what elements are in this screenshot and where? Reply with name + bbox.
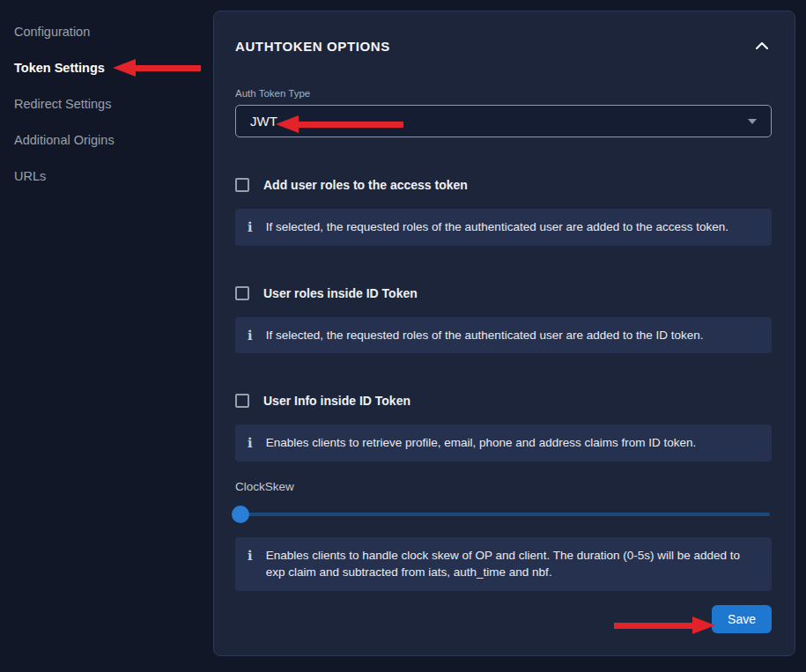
info-box: ℹ If selected, the requested roles of th… [235,209,772,246]
section-user-info-id-token: User Info inside ID Token ℹ Enables clie… [235,394,772,462]
sidebar-item-token-settings[interactable]: Token Settings [14,61,213,76]
info-text: Enables clients to retrieve profile, ema… [266,434,697,452]
info-box: ℹ Enables clients to handle clock skew o… [235,537,772,591]
checkbox-label: User roles inside ID Token [263,286,418,300]
panel-header: AUTHTOKEN OPTIONS [235,36,772,55]
info-text: If selected, the requested roles of the … [266,218,728,236]
auth-token-type-label: Auth Token Type [235,88,772,99]
clockskew-slider[interactable] [235,506,772,523]
checkbox-user-roles-id-token[interactable] [235,286,249,300]
info-box: ℹ If selected, the requested roles of th… [235,317,772,354]
checkbox-user-info-id-token[interactable] [235,394,249,408]
checkbox-add-user-roles-access-token[interactable] [235,178,249,192]
sidebar: Configuration Token Settings Redirect Se… [0,0,213,672]
clockskew-label: ClockSkew [235,480,772,493]
slider-thumb[interactable] [232,506,249,523]
checkbox-label: Add user roles to the access token [263,178,468,192]
section-access-token-roles: Add user roles to the access token ℹ If … [235,178,772,246]
info-text: If selected, the requested roles of the … [266,327,704,344]
auth-token-type-select[interactable]: JWT [235,105,772,137]
info-icon: ℹ [248,435,253,451]
info-icon: ℹ [248,219,253,235]
info-box: ℹ Enables clients to retrieve profile, e… [235,425,772,462]
sidebar-item-urls[interactable]: URLs [14,169,213,184]
authtoken-options-panel: AUTHTOKEN OPTIONS Auth Token Type JWT Ad… [213,11,795,656]
slider-track[interactable] [235,513,770,516]
panel-title: AUTHTOKEN OPTIONS [235,39,390,54]
sidebar-item-additional-origins[interactable]: Additional Origins [14,133,213,148]
caret-down-icon [748,119,757,124]
sidebar-item-configuration[interactable]: Configuration [14,25,213,40]
sidebar-item-redirect-settings[interactable]: Redirect Settings [14,97,213,112]
info-icon: ℹ [248,328,253,343]
save-row: Save [235,605,772,633]
checkbox-label: User Info inside ID Token [263,394,410,408]
info-text: Enables clients to handle clock skew of … [266,547,758,581]
save-button[interactable]: Save [712,605,772,633]
section-id-token-roles: User roles inside ID Token ℹ If selected… [235,286,772,354]
auth-token-type-value: JWT [250,114,277,129]
info-icon: ℹ [248,548,253,564]
page: { "sidebar": { "items": [ { "label": "Co… [0,0,806,672]
collapse-chevron-up-icon[interactable] [752,36,772,55]
